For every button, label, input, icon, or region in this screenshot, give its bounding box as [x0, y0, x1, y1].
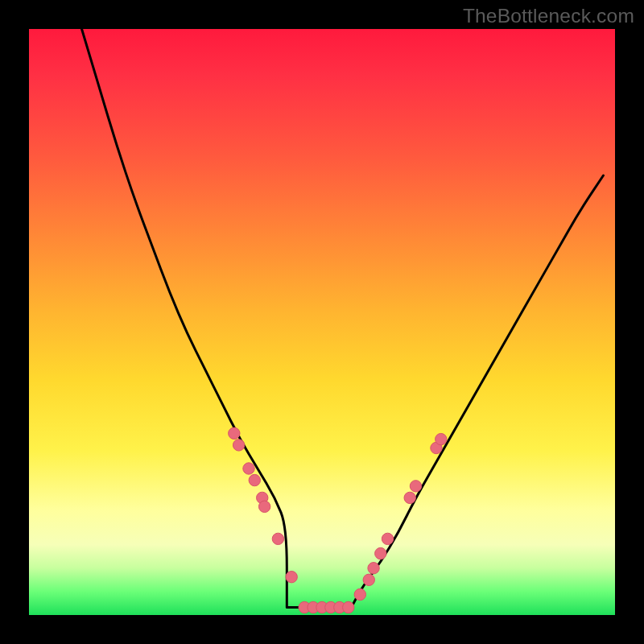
- bottleneck-curve: [82, 29, 604, 608]
- data-point: [229, 427, 240, 439]
- data-point: [368, 563, 379, 574]
- data-point: [233, 440, 244, 451]
- watermark-text: TheBottleneck.com: [463, 5, 634, 27]
- data-point: [382, 533, 393, 544]
- data-point: [258, 501, 270, 512]
- data-point: [343, 601, 354, 613]
- curve-layer: [29, 29, 615, 615]
- data-point: [286, 571, 297, 582]
- data-point: [375, 547, 386, 559]
- data-point: [410, 481, 421, 492]
- plot-area: [29, 29, 615, 615]
- data-point: [436, 433, 447, 444]
- data-point: [272, 533, 283, 544]
- data-point: [404, 492, 415, 503]
- data-point: [243, 463, 254, 474]
- data-point: [249, 474, 260, 485]
- data-point-markers: [229, 427, 447, 613]
- chart-frame: TheBottleneck.com: [0, 0, 644, 644]
- curve-left-branch: [82, 29, 287, 608]
- data-point: [354, 588, 365, 600]
- data-point: [363, 574, 374, 585]
